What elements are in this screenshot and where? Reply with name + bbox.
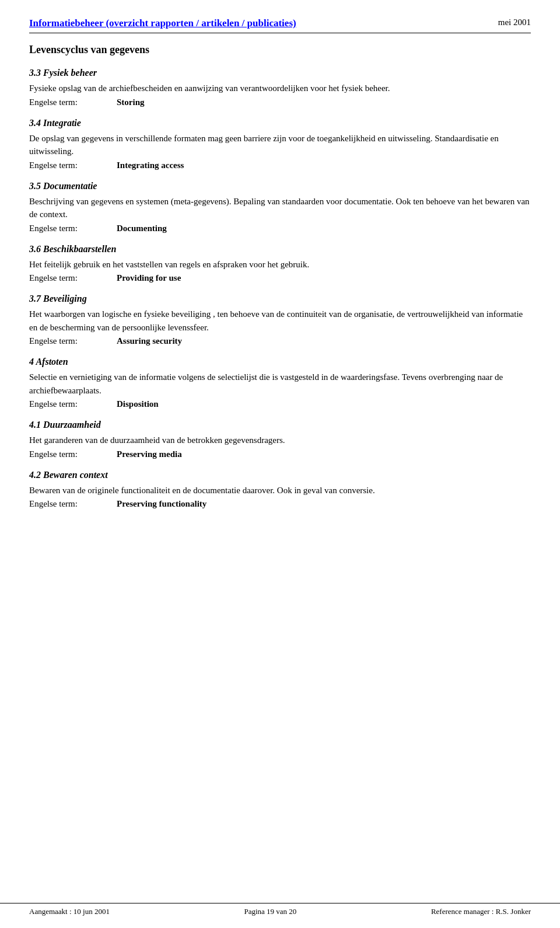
section-title-3-7: 3.7 Beveiliging [29,294,531,304]
section-3-7: 3.7 BeveiligingHet waarborgen van logisc… [29,294,531,346]
engelse-value-3-6: Providing for use [117,273,181,283]
engelse-label-3-4: Engelse term: [29,161,117,170]
engelse-term-row-3-6: Engelse term:Providing for use [29,273,531,283]
section-body-3-5: Beschrijving van gegevens en systemen (m… [29,195,531,221]
engelse-value-4-2: Preserving functionality [117,499,206,509]
footer-left: Aangemaakt : 10 jun 2001 [29,907,110,916]
section-3-5: 3.5 DocumentatieBeschrijving van gegeven… [29,181,531,233]
engelse-value-3-7: Assuring security [117,336,182,346]
engelse-term-row-4: Engelse term:Disposition [29,399,531,409]
section-body-3-6: Het feitelijk gebruik en het vaststellen… [29,258,531,271]
section-body-3-7: Het waarborgen van logische en fysieke b… [29,308,531,334]
header-title: Informatiebeheer (overzicht rapporten / … [29,18,296,29]
engelse-value-3-3: Storing [117,97,145,107]
engelse-term-row-4-1: Engelse term:Preserving media [29,449,531,459]
section-title-4-2: 4.2 Bewaren context [29,470,531,480]
engelse-term-row-4-2: Engelse term:Preserving functionality [29,499,531,509]
engelse-term-row-3-5: Engelse term:Documenting [29,224,531,233]
engelse-value-4: Disposition [117,399,159,409]
section-body-4-2: Bewaren van de originele functionaliteit… [29,484,531,497]
section-body-3-4: De opslag van gegevens in verschillende … [29,132,531,158]
engelse-value-3-5: Documenting [117,224,167,233]
section-body-3-3: Fysieke opslag van de archiefbescheiden … [29,82,531,95]
section-title-4-1: 4.1 Duurzaamheid [29,420,531,430]
section-4: 4 AfstotenSelectie en vernietiging van d… [29,357,531,409]
engelse-term-row-3-3: Engelse term:Storing [29,97,531,107]
engelse-value-3-4: Integrating access [117,161,184,170]
section-body-4: Selectie en vernietiging van de informat… [29,371,531,397]
engelse-term-row-3-7: Engelse term:Assuring security [29,336,531,346]
engelse-label-3-7: Engelse term: [29,336,117,346]
section-3-6: 3.6 BeschikbaarstellenHet feitelijk gebr… [29,244,531,284]
section-title-3-6: 3.6 Beschikbaarstellen [29,244,531,254]
footer-center: Pagina 19 van 20 [244,907,296,916]
engelse-term-row-3-4: Engelse term:Integrating access [29,161,531,170]
section-title-4: 4 Afstoten [29,357,531,367]
section-4-1: 4.1 DuurzaamheidHet garanderen van de du… [29,420,531,459]
engelse-label-4: Engelse term: [29,399,117,409]
page-container: Informatiebeheer (overzicht rapporten / … [0,0,560,566]
engelse-value-4-1: Preserving media [117,449,182,459]
footer-right: Reference manager : R.S. Jonker [431,907,531,916]
engelse-label-3-3: Engelse term: [29,97,117,107]
header-date: mei 2001 [498,18,531,27]
sections-container: 3.3 Fysiek beheerFysieke opslag van de a… [29,68,531,509]
engelse-label-3-6: Engelse term: [29,273,117,283]
section-3-4: 3.4 IntegratieDe opslag van gegevens in … [29,118,531,170]
engelse-label-4-1: Engelse term: [29,449,117,459]
engelse-label-3-5: Engelse term: [29,224,117,233]
page-footer: Aangemaakt : 10 jun 2001 Pagina 19 van 2… [0,903,560,916]
page-header: Informatiebeheer (overzicht rapporten / … [29,18,531,33]
section-title-3-3: 3.3 Fysiek beheer [29,68,531,78]
page-subtitle: Levenscyclus van gegevens [29,44,531,56]
section-4-2: 4.2 Bewaren contextBewaren van de origin… [29,470,531,510]
section-title-3-5: 3.5 Documentatie [29,181,531,191]
section-title-3-4: 3.4 Integratie [29,118,531,128]
section-body-4-1: Het garanderen van de duurzaamheid van d… [29,434,531,447]
section-3-3: 3.3 Fysiek beheerFysieke opslag van de a… [29,68,531,107]
engelse-label-4-2: Engelse term: [29,499,117,509]
